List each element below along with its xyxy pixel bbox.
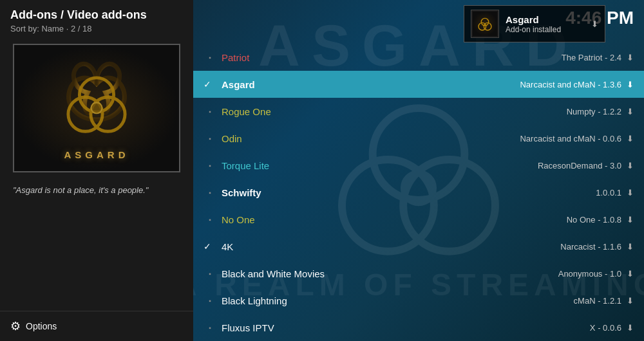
list-item[interactable]: Odin Narcacist and cMaN - 0.0.6 <box>193 125 644 152</box>
triquetra-icon <box>52 57 142 147</box>
notification-toast: Asgard Add-on installed <box>464 5 605 42</box>
sort-info: Sort by: Name · 2 / 18 <box>10 24 183 33</box>
list-item[interactable]: Schwifty 1.0.0.1 <box>193 179 644 206</box>
toast-download-icon <box>591 18 598 30</box>
item-bullet <box>204 216 216 223</box>
item-download-icon <box>627 79 634 89</box>
item-bullet <box>204 297 216 304</box>
toast-title: Asgard <box>506 14 561 25</box>
breadcrumb: Add-ons / Video add-ons <box>10 8 183 23</box>
addon-image: ASGARD <box>13 44 180 172</box>
item-bullet <box>204 135 216 142</box>
list-item[interactable]: Patriot The Patriot - 2.4 <box>193 44 644 71</box>
item-meta: 1.0.0.1 <box>596 188 621 198</box>
item-meta: RacesonDemand - 3.0 <box>538 161 621 170</box>
addon-quote: "Asgard is not a place, it's a people." <box>0 180 193 200</box>
item-meta: Narcacist and cMaN - 0.0.6 <box>520 134 621 143</box>
right-panel: ASGARD A REALM OF STREAMING 4:46 PM <box>193 0 644 341</box>
header: Add-ons / Video add-ons Sort by: Name · … <box>0 0 193 36</box>
item-name: Asgard <box>222 79 520 90</box>
item-download-icon <box>627 133 634 143</box>
item-download-icon <box>627 187 634 198</box>
options-icon: ⚙ <box>10 319 21 333</box>
addon-image-bg: ASGARD <box>14 45 179 171</box>
item-download-icon <box>627 106 634 116</box>
item-meta: cMaN - 1.2.1 <box>574 296 621 306</box>
item-name: 4K <box>222 241 560 252</box>
item-bullet <box>204 108 216 115</box>
item-bullet <box>204 324 216 331</box>
svg-point-3 <box>91 102 102 113</box>
item-meta: Narcacist and cMaN - 1.3.6 <box>520 80 621 89</box>
item-meta: No One - 1.0.8 <box>567 215 621 225</box>
item-meta: Numpty - 1.2.2 <box>567 107 621 116</box>
item-name: Black Lightning <box>222 295 574 306</box>
item-meta: X - 0.0.6 <box>590 323 621 333</box>
item-download-icon <box>627 160 634 170</box>
item-download-icon <box>627 268 634 279</box>
item-meta: The Patriot - 2.4 <box>562 53 621 62</box>
item-bullet <box>204 162 216 169</box>
toast-text: Asgard Add-on installed <box>506 14 561 34</box>
item-meta: Narcacist - 1.1.6 <box>560 242 621 252</box>
toast-subtitle: Add-on installed <box>506 25 561 34</box>
item-checkmark: ✓ <box>204 241 216 252</box>
list-item[interactable]: Fluxus IPTV X - 0.0.6 <box>193 314 644 341</box>
item-download-icon <box>627 52 634 62</box>
item-name: Fluxus IPTV <box>222 322 590 333</box>
list-item[interactable]: No One No One - 1.0.8 <box>193 206 644 233</box>
options-label: Options <box>26 321 57 331</box>
list-item[interactable]: ✓ 4K Narcacist - 1.1.6 <box>193 233 644 260</box>
left-panel: Add-ons / Video add-ons Sort by: Name · … <box>0 0 193 341</box>
options-bar[interactable]: ⚙ Options <box>0 311 193 341</box>
toast-icon <box>471 10 499 38</box>
item-download-icon <box>627 214 634 225</box>
item-download-icon <box>627 322 634 333</box>
item-bullet <box>204 54 216 61</box>
item-download-icon <box>627 241 634 252</box>
item-name: Torque Lite <box>222 160 538 171</box>
item-name: Schwifty <box>222 187 596 198</box>
item-bullet <box>204 270 216 277</box>
item-name: Rogue One <box>222 106 567 117</box>
item-meta: Anonymous - 1.0 <box>558 269 621 279</box>
spacer <box>0 200 193 311</box>
list-item[interactable]: Rogue One Numpty - 1.2.2 <box>193 98 644 125</box>
list-item[interactable]: ✓ Asgard Narcacist and cMaN - 1.3.6 <box>193 71 644 98</box>
item-name: Odin <box>222 133 520 144</box>
item-name: No One <box>222 214 567 225</box>
item-list: Patriot The Patriot - 2.4 ✓ Asgard Narca… <box>193 44 644 341</box>
toast-triquetra-icon <box>475 14 495 34</box>
addon-name-label: ASGARD <box>64 149 129 160</box>
list-item[interactable]: Torque Lite RacesonDemand - 3.0 <box>193 152 644 179</box>
list-item[interactable]: Black Lightning cMaN - 1.2.1 <box>193 287 644 314</box>
item-bullet <box>204 189 216 196</box>
item-download-icon <box>627 295 634 306</box>
item-name: Patriot <box>222 52 562 63</box>
toast-icon-inner <box>473 12 497 36</box>
item-checkmark: ✓ <box>204 79 216 89</box>
item-name: Black and White Movies <box>222 268 558 279</box>
list-item[interactable]: Black and White Movies Anonymous - 1.0 <box>193 260 644 287</box>
